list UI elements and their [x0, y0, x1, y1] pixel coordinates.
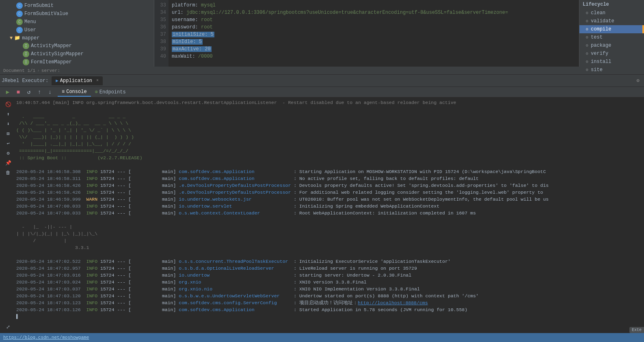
- editor-area: C FormSubmit C FormSubmitValue C Menu C …: [0, 0, 644, 67]
- code-line-39: maxActive: 20: [172, 45, 576, 53]
- lifecycle-header: Lifecycle: [579, 0, 644, 9]
- lifecycle-item-install[interactable]: ⚙ install: [579, 58, 644, 66]
- ext-button[interactable]: Exte: [629, 327, 644, 333]
- formitemmapper-icon: I: [23, 59, 29, 65]
- code-line-37: initialSize: 5: [172, 31, 576, 38]
- run-toolbar: JRebel Executor: ▶ Application × ⚙: [0, 75, 644, 87]
- gear-icon-verify: ⚙: [586, 51, 588, 56]
- breadcrumb-server: server:: [41, 68, 60, 73]
- log-starting-server: 2020-05-24 18:47:03.016 INFO 15724 --- […: [16, 272, 641, 279]
- log-contextloader: 2020-05-24 18:47:00.033 INFO 15724 --- […: [16, 210, 641, 216]
- sidebar-item-activitysignmapper[interactable]: I ActivitySignMapper: [0, 50, 154, 58]
- log-restart-listener: 10:40:57.464 [main] INFO org.springframe…: [16, 99, 641, 106]
- tab-close-btn[interactable]: ×: [96, 78, 99, 83]
- sidebar-item-formitemmapper[interactable]: I FormItemMapper: [0, 58, 154, 66]
- lifecycle-item-test[interactable]: ⚙ test: [579, 33, 644, 41]
- log-undertow-servlet: 2020-05-24 18:47:00.033 INFO 15724 --- […: [16, 203, 641, 210]
- sidebar-item-formsubmit[interactable]: C FormSubmit: [0, 2, 154, 10]
- application-tab[interactable]: ▶ Application ×: [52, 76, 103, 85]
- sidebar-item-menu[interactable]: C Menu: [0, 18, 154, 26]
- app-tab-icon: ▶: [56, 78, 58, 83]
- lifecycle-item-clean[interactable]: ⚙ clean: [579, 9, 644, 17]
- scroll-up-btn[interactable]: ↑: [35, 88, 44, 97]
- line-numbers: 33 34 35 36 37 38 39 40: [154, 0, 169, 67]
- log-warn-undertow: 2020-05-24 18:46:59.999 WARN 15724 --- […: [16, 196, 641, 203]
- console-output: 🚫 ⬆ ⬇ ⊞ ↩ ⚙ 📌 🗑 ⤢ 10:40:57.464 [main] IN…: [0, 97, 644, 333]
- status-link[interactable]: https://blog.csdn.net/moshowgame: [3, 335, 89, 340]
- ascii-4: \\/ ___)| |_)| | | | | || (_| | ) ) ) ): [16, 134, 641, 141]
- pin-btn[interactable]: 📌: [4, 159, 12, 167]
- formsubmit-icon: C: [16, 2, 23, 9]
- sidebar-tree: C FormSubmit C FormSubmitValue C Menu C …: [0, 0, 154, 67]
- console-tab-console[interactable]: ≡ Console: [58, 88, 91, 97]
- settings-button[interactable]: ⚙: [633, 76, 642, 85]
- gear-icon-install: ⚙: [586, 59, 588, 64]
- breadcrumb-sep: ›: [37, 68, 40, 73]
- scroll-down-btn[interactable]: ↓: [45, 88, 54, 97]
- scroll-to-top-btn[interactable]: ⬆: [4, 110, 12, 119]
- breadcrumb-doc: Document 1/1: [3, 68, 35, 73]
- sidebar-item-formsubmitvalue[interactable]: C FormSubmitValue: [0, 10, 154, 18]
- filter-btn[interactable]: ⊞: [4, 130, 12, 138]
- ascii-1: . ____ _ __ _ _: [16, 113, 641, 120]
- clear-console-btn[interactable]: 🚫: [4, 101, 12, 109]
- folder-closed-icon: 📁: [14, 35, 20, 41]
- log-xnio-nio: 2020-05-24 18:47:03.037 INFO 15724 --- […: [16, 286, 641, 292]
- ascii-5: ' |____| .__|_| |_|_| |_\__, | / / / /: [16, 141, 641, 147]
- app-tab-label: Application: [60, 78, 92, 84]
- wrap-btn[interactable]: ↩: [4, 140, 12, 148]
- code-line-38: minIdle: 5: [172, 38, 576, 45]
- code-line-33: platform: mysql: [172, 2, 576, 9]
- console-tab-endpoints[interactable]: ⊕ Endpoints: [91, 88, 130, 96]
- code-editor: 33 34 35 36 37 38 39 40 platform: mysql …: [154, 0, 579, 67]
- gear-icon-clean: ⚙: [586, 11, 588, 15]
- endpoints-tab-icon: ⊕: [95, 89, 98, 95]
- log-undertow-started: 2020-05-24 18:47:03.120 INFO 15724 --- […: [16, 292, 641, 299]
- run-button[interactable]: ▶: [3, 88, 12, 97]
- log-blank-3: [16, 216, 641, 223]
- gear-icon-compile: ⚙: [586, 27, 588, 32]
- log-cursor: ▌: [16, 313, 641, 320]
- log-devtools2: 2020-05-24 18:46:58.426 INFO 15724 --- […: [16, 189, 641, 196]
- activitysignmapper-icon: I: [23, 51, 29, 57]
- lifecycle-item-compile[interactable]: ⚙ compile: [579, 25, 644, 33]
- folder-icon: ▼: [10, 35, 13, 41]
- sidebar-item-activitymapper[interactable]: I ActivityMapper: [0, 42, 154, 50]
- breadcrumb-bar: Document 1/1 › server:: [0, 67, 644, 75]
- log-blank-4: [16, 251, 641, 258]
- lifecycle-item-site[interactable]: ⚙ site: [579, 66, 644, 74]
- sidebar-item-user[interactable]: C User: [0, 26, 154, 34]
- sidebar-item-mapper[interactable]: ▼ 📁 mapper: [0, 34, 154, 42]
- log-started: 2020-05-24 18:47:03.126 INFO 15724 --- […: [16, 306, 641, 313]
- ascii-3: ( ( )\___ | '_ | '_| | '_ \/ _` | \ \ \ …: [16, 127, 641, 134]
- rerun-button[interactable]: ↺: [24, 88, 33, 97]
- log-xnio: 2020-05-24 18:47:03.024 INFO 15724 --- […: [16, 279, 641, 286]
- lifecycle-item-verify[interactable]: ⚙ verify: [579, 50, 644, 58]
- user-icon: C: [16, 27, 23, 33]
- ascii2-1: - |_ -||- --- |: [16, 223, 641, 230]
- scroll-to-bottom-btn[interactable]: ⬇: [4, 120, 12, 128]
- stop-button[interactable]: ■: [14, 88, 23, 97]
- lifecycle-item-validate[interactable]: ⚙ validate: [579, 17, 644, 25]
- server-link[interactable]: http://localhost:8888/cms: [358, 300, 428, 305]
- jrebel-label: JRebel Executor:: [2, 78, 48, 84]
- sidebar-item-formmapper[interactable]: I FormMapper: [0, 66, 154, 67]
- external-btn[interactable]: ⤢: [4, 323, 12, 331]
- console-tab-icon: ≡: [62, 89, 65, 95]
- trash-btn[interactable]: 🗑: [4, 169, 12, 177]
- console-tabs: ▶ ■ ↺ ↑ ↓ ≡ Console ⊕ Endpoints: [0, 87, 644, 97]
- lifecycle-item-package[interactable]: ⚙ package: [579, 41, 644, 50]
- settings-console-btn[interactable]: ⚙: [4, 149, 12, 158]
- code-line-34: url: jdbc:mysql://127.0.0.1:3306/springb…: [172, 9, 576, 16]
- console-left-toolbar: 🚫 ⬆ ⬇ ⊞ ↩ ⚙ 📌 🗑 ⤢: [3, 99, 13, 331]
- code-content[interactable]: platform: mysql url: jdbc:mysql://127.0.…: [169, 0, 579, 67]
- console-text: 10:40:57.464 [main] INFO org.springframe…: [13, 99, 641, 331]
- ascii2-2: | | |\/|_)(_| | |_\ |_)|_|\_\: [16, 230, 641, 237]
- ascii2-3: / |: [16, 237, 641, 244]
- gear-icon-package: ⚙: [586, 43, 588, 48]
- gear-icon-validate: ⚙: [586, 19, 588, 24]
- lifecycle-panel: Lifecycle ⚙ clean ⚙ validate ⚙ compile ⚙…: [579, 0, 644, 67]
- log-blank-1: [16, 106, 641, 113]
- log-noprofile: 2020-05-24 18:46:58.311 INFO 15724 --- […: [16, 175, 641, 182]
- menu-icon: C: [16, 19, 23, 25]
